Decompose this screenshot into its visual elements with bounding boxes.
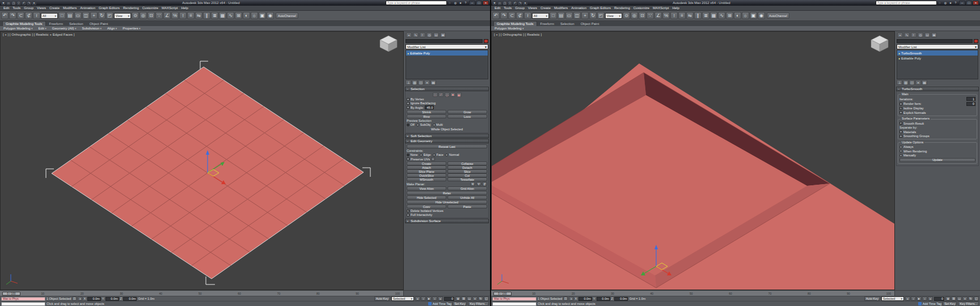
delete-isolated-vertices-checkbox[interactable] bbox=[407, 210, 409, 212]
reference-coordinate-dropdown[interactable]: View▾ bbox=[114, 13, 131, 19]
viewport[interactable]: [ + ] [ Orthographic ] [ Realistic + Edg… bbox=[0, 31, 404, 290]
maximize-viewport-toggle-icon[interactable]: ◱ bbox=[484, 296, 489, 301]
isoline-display-checkbox[interactable] bbox=[899, 107, 902, 110]
go-to-start-icon[interactable]: « bbox=[905, 296, 910, 301]
edit-geometry-button[interactable]: Detach bbox=[447, 165, 487, 169]
hierarchy-tab-icon[interactable]: ⊦ bbox=[911, 32, 916, 37]
modifier-visibility-icon[interactable]: ● bbox=[898, 52, 900, 55]
by-angle-checkbox[interactable] bbox=[407, 106, 409, 109]
track-bar[interactable]: 0 / 100 0102030405060708090100 bbox=[0, 290, 490, 296]
named-selection-copy-button[interactable]: Copy bbox=[407, 205, 446, 209]
grow-button[interactable]: Grow bbox=[447, 110, 487, 114]
iterations-spinner[interactable]: 1 bbox=[966, 97, 975, 101]
pan-icon[interactable]: + bbox=[962, 296, 968, 301]
menu-item[interactable]: Views bbox=[35, 6, 48, 10]
set-key-button[interactable]: Set Key bbox=[453, 301, 467, 306]
menu-item[interactable]: Tools bbox=[11, 6, 22, 10]
zoom-extents-icon[interactable]: ⊞ bbox=[951, 296, 956, 301]
redo-icon[interactable]: ↷ bbox=[9, 12, 16, 19]
autochannel-button[interactable]: AutoChannel bbox=[276, 12, 298, 19]
search-icon[interactable]: ○ bbox=[447, 1, 452, 5]
modifier-visibility-icon[interactable]: ● bbox=[407, 52, 409, 55]
element-subobject-icon[interactable]: ▣ bbox=[457, 92, 462, 97]
keyboard-shortcut-override-icon[interactable]: ⊡ bbox=[639, 12, 646, 19]
menu-item[interactable]: Modifiers bbox=[61, 6, 78, 10]
menu-item[interactable]: Views bbox=[526, 6, 539, 10]
undo-icon[interactable]: ↶ bbox=[22, 1, 26, 5]
select-and-link-icon[interactable]: ⊂ bbox=[17, 12, 24, 19]
maximize-viewport-toggle-icon[interactable]: ◱ bbox=[974, 296, 979, 301]
motion-tab-icon[interactable]: ◎ bbox=[426, 32, 432, 37]
viewport-scene-smoothed-plane[interactable] bbox=[492, 32, 894, 290]
modifier-stack-item[interactable]: ● Editable Poly bbox=[406, 50, 488, 56]
ignore-backfacing-checkbox[interactable] bbox=[407, 102, 409, 105]
ribbon-panel-label[interactable]: Geometry (All) bbox=[52, 27, 77, 30]
absolute-mode-transform-icon[interactable]: + bbox=[569, 296, 573, 301]
next-frame-icon[interactable]: › bbox=[922, 296, 927, 301]
zoom-region-icon[interactable]: ▭ bbox=[957, 296, 962, 301]
menu-item[interactable]: Customize bbox=[141, 6, 160, 10]
edit-geometry-button[interactable]: Attach bbox=[407, 165, 446, 169]
explicit-normals-checkbox[interactable] bbox=[899, 111, 902, 114]
menu-item[interactable]: Create bbox=[539, 6, 552, 10]
layer-manager-icon[interactable]: ≣ bbox=[211, 12, 218, 19]
menu-item[interactable]: Rendering bbox=[121, 6, 141, 10]
key-filters-button[interactable]: Key Filters... bbox=[468, 301, 489, 306]
modifier-stack-item[interactable]: ● Editable Poly bbox=[897, 56, 978, 61]
make-planar-axis-button[interactable]: Y bbox=[476, 182, 481, 186]
add-time-tag[interactable]: Add Time Tag bbox=[923, 302, 942, 305]
x-coordinate-field[interactable]: 0.0m bbox=[578, 297, 592, 301]
mirror-icon[interactable]: ⇋ bbox=[195, 12, 202, 19]
align-icon[interactable]: ∥ bbox=[694, 12, 702, 19]
open-file-icon[interactable]: ◳ bbox=[11, 1, 16, 5]
selection-lock-icon[interactable]: ⊡ bbox=[563, 296, 568, 301]
hierarchy-tab-icon[interactable]: ⊦ bbox=[420, 32, 425, 37]
rollout-header-turbosmooth[interactable]: − TurboSmooth bbox=[896, 87, 979, 91]
edit-geometry-button[interactable]: Create bbox=[407, 162, 446, 165]
minimize-button[interactable]: – bbox=[469, 1, 475, 5]
workspace-dropdown-icon[interactable]: ▾ bbox=[32, 1, 36, 5]
hide-unselected-button[interactable]: Hide Unselected bbox=[407, 200, 487, 204]
maximize-button[interactable]: □ bbox=[966, 1, 972, 5]
by-vertex-checkbox[interactable] bbox=[407, 98, 409, 101]
menu-item[interactable]: MAXScript bbox=[160, 6, 179, 10]
select-object-icon[interactable]: □ bbox=[58, 12, 66, 19]
select-and-move-icon[interactable]: + bbox=[581, 12, 589, 19]
preview-selection-radio[interactable]: Off bbox=[407, 123, 415, 126]
border-subobject-icon[interactable]: ◇ bbox=[445, 92, 450, 97]
ribbon-panel-label[interactable]: Properties bbox=[122, 27, 140, 30]
z-coordinate-field[interactable]: 0.0m bbox=[123, 297, 137, 301]
angle-spinner[interactable]: 45.0 bbox=[425, 105, 434, 109]
maxscript-listener-input[interactable] bbox=[1, 302, 45, 306]
snaps-toggle-icon[interactable]: ∵ bbox=[155, 12, 163, 19]
edit-geometry-button[interactable]: Cut bbox=[447, 173, 487, 177]
loop-button[interactable]: Loop bbox=[447, 114, 487, 118]
rollout-header-selection[interactable]: − Selection bbox=[405, 87, 489, 91]
create-tab-icon[interactable]: + bbox=[406, 32, 412, 37]
viewport-scene-plane[interactable] bbox=[1, 32, 403, 290]
viewport[interactable]: [ + ] [ Orthographic ] [ Realistic ] bbox=[491, 31, 895, 290]
viewcube[interactable] bbox=[869, 35, 890, 53]
pin-stack-icon[interactable]: ⊥ bbox=[897, 80, 902, 85]
ribbon-panel-label[interactable]: Align bbox=[107, 27, 117, 30]
make-unique-icon[interactable]: ◫ bbox=[909, 80, 915, 85]
ribbon-tab[interactable]: Object Paint bbox=[87, 22, 111, 26]
menu-item[interactable]: Graph Editors bbox=[588, 6, 612, 10]
select-and-link-icon[interactable]: ⊂ bbox=[508, 12, 516, 19]
edit-named-selection-sets-icon[interactable]: ≡ bbox=[678, 12, 686, 19]
minimize-button[interactable]: – bbox=[959, 1, 965, 5]
ribbon-tab[interactable]: Freeform bbox=[47, 22, 66, 26]
menu-item[interactable]: Customize bbox=[632, 6, 651, 10]
auto-key-button[interactable]: Auto Key bbox=[374, 296, 390, 301]
menu-item[interactable]: Create bbox=[48, 6, 61, 10]
edit-geometry-button[interactable]: Collapse bbox=[447, 162, 487, 165]
edit-geometry-button[interactable]: Slice bbox=[447, 169, 487, 173]
application-menu-icon[interactable]: ▼ bbox=[1, 1, 6, 5]
search-icon[interactable]: ○ bbox=[937, 1, 942, 5]
update-button[interactable]: Update bbox=[899, 158, 975, 162]
constraint-radio[interactable]: Face bbox=[433, 153, 443, 156]
unlink-selection-icon[interactable]: ⊄ bbox=[25, 12, 32, 19]
show-end-result-icon[interactable]: ▥ bbox=[903, 80, 909, 85]
edit-geometry-button[interactable]: MSmooth bbox=[407, 177, 446, 181]
edit-geometry-button[interactable]: QuickSlice bbox=[407, 173, 446, 177]
